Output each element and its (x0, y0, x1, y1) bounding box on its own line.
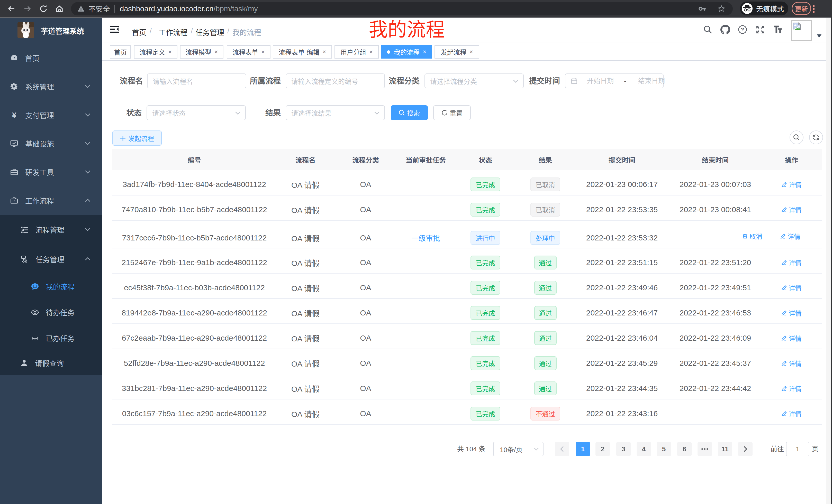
svg-text:?: ? (741, 26, 744, 32)
